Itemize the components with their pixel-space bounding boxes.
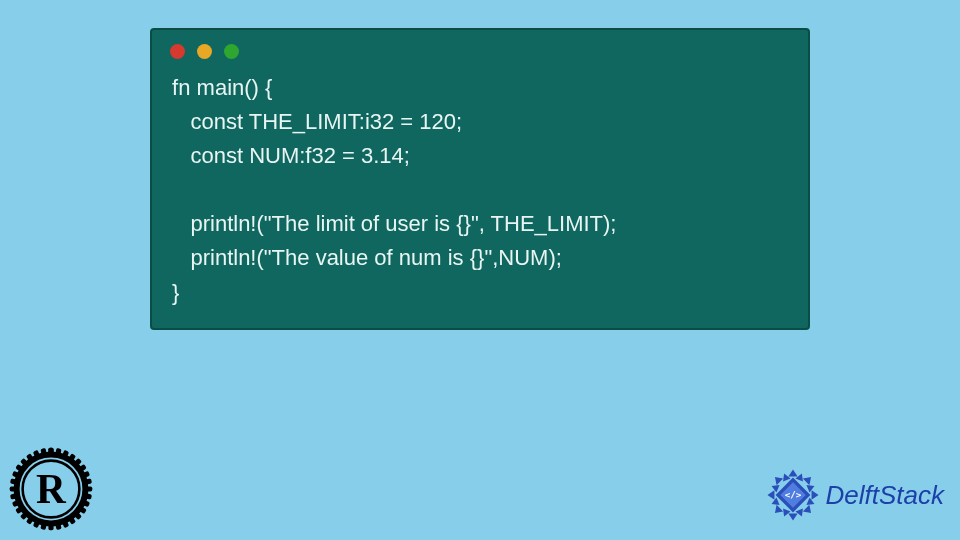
svg-text:</>: </> bbox=[784, 489, 801, 500]
svg-marker-39 bbox=[802, 505, 813, 516]
svg-marker-37 bbox=[802, 474, 813, 485]
svg-marker-49 bbox=[770, 497, 780, 507]
svg-marker-38 bbox=[811, 490, 818, 499]
svg-marker-50 bbox=[770, 482, 780, 492]
svg-text:R: R bbox=[36, 466, 67, 512]
window-titlebar bbox=[152, 30, 808, 69]
svg-marker-36 bbox=[788, 469, 797, 476]
svg-marker-51 bbox=[780, 472, 790, 482]
delftstack-logo: </> DelftStack bbox=[764, 466, 945, 524]
rust-logo-icon: R bbox=[8, 446, 94, 532]
svg-rect-18 bbox=[48, 523, 53, 531]
svg-marker-45 bbox=[806, 482, 816, 492]
svg-rect-26 bbox=[10, 486, 18, 491]
delftstack-text: DelftStack bbox=[826, 480, 945, 511]
delftstack-badge-icon: </> bbox=[764, 466, 822, 524]
svg-rect-10 bbox=[85, 486, 93, 491]
code-window: fn main() { const THE_LIMIT:i32 = 120; c… bbox=[150, 28, 810, 330]
code-content: fn main() { const THE_LIMIT:i32 = 120; c… bbox=[152, 69, 808, 310]
close-icon bbox=[170, 44, 185, 59]
svg-rect-2 bbox=[48, 448, 53, 456]
svg-marker-44 bbox=[795, 472, 805, 482]
svg-marker-43 bbox=[771, 474, 782, 485]
svg-marker-42 bbox=[767, 490, 774, 499]
svg-marker-46 bbox=[806, 497, 816, 507]
svg-marker-48 bbox=[780, 508, 790, 518]
maximize-icon bbox=[224, 44, 239, 59]
minimize-icon bbox=[197, 44, 212, 59]
svg-marker-47 bbox=[795, 508, 805, 518]
svg-marker-41 bbox=[771, 505, 782, 516]
svg-marker-40 bbox=[788, 514, 797, 521]
